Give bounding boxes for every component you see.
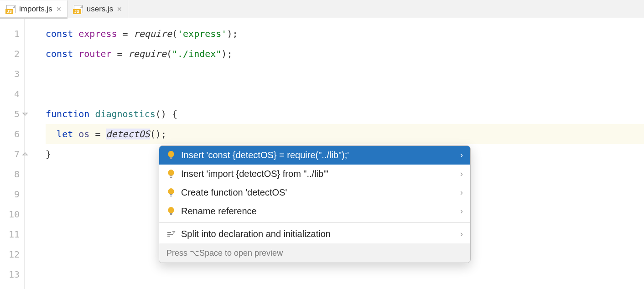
intention-insert-import[interactable]: Insert 'import {detectOS} from "../lib"'… (159, 165, 470, 183)
lightbulb-icon (166, 188, 176, 197)
line-number: 2 (0, 44, 24, 64)
tab-label: imports.js (19, 5, 52, 14)
fold-gutter (25, 18, 32, 289)
line-number: 7 (0, 144, 24, 164)
line-number: 1 (0, 24, 24, 44)
intention-rename-reference[interactable]: Rename reference › (159, 202, 470, 221)
intention-footer: Press ⌥Space to open preview (159, 243, 470, 263)
line-number: 4 (0, 84, 24, 104)
intention-create-function[interactable]: Create function 'detectOS' › (159, 183, 470, 202)
intention-label: Rename reference (181, 206, 455, 217)
chevron-right-icon: › (460, 206, 463, 216)
svg-rect-10 (170, 213, 172, 214)
line-number: 13 (0, 264, 24, 284)
close-icon[interactable]: ✕ (56, 5, 62, 13)
line-number-gutter: 1 2 3 4 5 6 7 8 9 10 11 12 13 (0, 18, 25, 289)
intention-split-declaration[interactable]: Split into declaration and initializatio… (159, 225, 470, 243)
lightbulb-icon (166, 207, 176, 216)
svg-rect-5 (170, 177, 172, 178)
close-icon[interactable]: ✕ (117, 5, 122, 13)
tab-label: users.js (87, 5, 114, 14)
chevron-right-icon: › (460, 169, 463, 179)
lightbulb-icon (166, 170, 176, 179)
line-number: 11 (0, 224, 24, 244)
code-line: const router = require("./index"); (46, 44, 644, 64)
intention-label: Create function 'detectOS' (181, 187, 455, 198)
intention-label: Insert 'const {detectOS} = require("../l… (181, 150, 455, 160)
js-file-icon: JS (73, 5, 83, 13)
code-line-current: let os = detectOS(); (46, 124, 644, 144)
svg-rect-1 (170, 157, 172, 158)
line-number: 3 (0, 64, 24, 84)
fold-open-icon[interactable] (22, 111, 28, 117)
svg-point-3 (168, 170, 174, 176)
intention-label: Insert 'import {detectOS} from "../lib"' (181, 169, 455, 179)
tab-imports[interactable]: JS imports.js ✕ (0, 0, 68, 19)
line-number: 10 (0, 204, 24, 224)
fold-close-icon[interactable] (22, 151, 28, 157)
svg-rect-7 (170, 194, 172, 195)
lightbulb-icon (166, 151, 176, 160)
js-file-icon: JS (5, 5, 16, 13)
intention-insert-require[interactable]: Insert 'const {detectOS} = require("../l… (159, 146, 470, 165)
svg-point-6 (168, 188, 174, 195)
line-number: 6 (0, 124, 24, 144)
svg-rect-11 (170, 214, 172, 215)
chevron-right-icon: › (460, 188, 463, 197)
intention-label: Split into declaration and initializatio… (181, 229, 455, 239)
code-line: const express = require('express'); (46, 24, 644, 44)
divider (159, 222, 470, 223)
chevron-right-icon: › (460, 150, 463, 160)
tab-users[interactable]: JS users.js ✕ (68, 0, 129, 18)
tab-bar: JS imports.js ✕ JS users.js ✕ (0, 0, 644, 18)
code-line (46, 84, 644, 104)
line-number: 9 (0, 184, 24, 204)
line-number: 8 (0, 164, 24, 184)
svg-rect-8 (170, 196, 172, 196)
line-number: 5 (0, 104, 24, 124)
split-icon (166, 230, 176, 239)
svg-point-0 (168, 151, 174, 157)
svg-rect-4 (170, 175, 172, 176)
line-number: 12 (0, 244, 24, 264)
intention-popup: Insert 'const {detectOS} = require("../l… (159, 145, 471, 263)
code-line: function diagnostics() { (46, 104, 644, 124)
svg-point-9 (168, 207, 174, 213)
code-line (46, 64, 644, 84)
chevron-right-icon: › (460, 229, 463, 239)
svg-rect-2 (170, 158, 172, 159)
